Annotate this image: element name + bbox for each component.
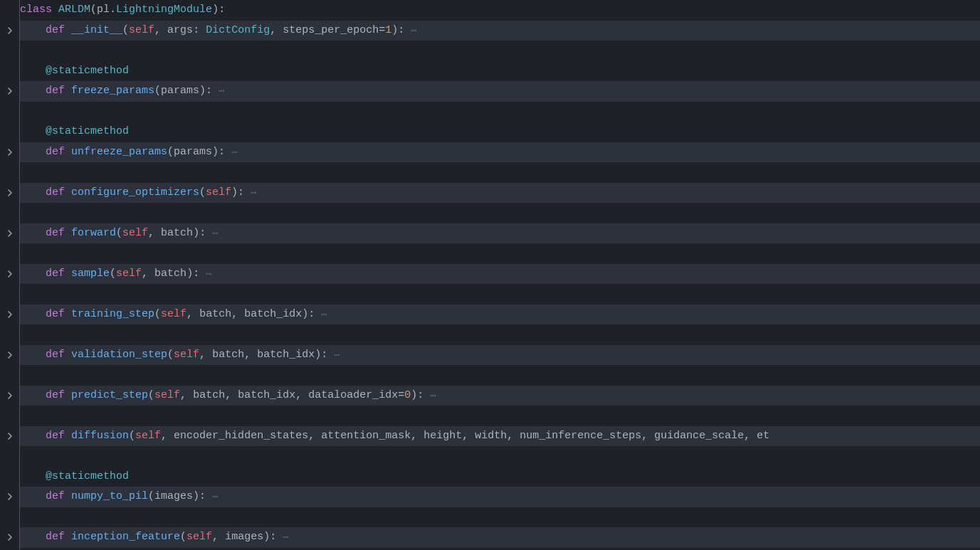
code-line: def sample(self, batch): ⋯ [20,264,980,285]
fold-ellipsis-icon[interactable]: ⋯ [218,81,224,102]
code-line: @staticmethod [20,61,980,82]
code-line: def __init__(self, args: DictConfig, ste… [20,21,980,41]
fold-ellipsis-icon[interactable]: ⋯ [231,142,237,163]
fold-ellipsis-icon[interactable]: ⋯ [212,223,218,244]
fold-chevron-icon[interactable] [4,25,16,36]
code-line: @staticmethod [20,467,980,487]
fold-ellipsis-icon[interactable]: ⋯ [334,345,339,366]
fold-gutter [0,0,19,550]
code-line: def freeze_params(params): ⋯ [20,81,980,102]
code-line: def diffusion(self, encoder_hidden_state… [20,426,980,447]
fold-chevron-icon[interactable] [4,430,16,442]
code-line: def inception_feature(self, images): ⋯ [20,527,980,548]
fold-ellipsis-icon[interactable]: ⋯ [321,305,327,325]
fold-ellipsis-icon[interactable]: ⋯ [411,21,416,41]
code-line: class ARLDM(pl.LightningModule): [20,0,980,21]
code-line: def validation_step(self, batch, batch_i… [20,345,980,366]
code-line: def training_step(self, batch, batch_idx… [20,305,980,325]
fold-ellipsis-icon[interactable]: ⋯ [430,386,436,406]
fold-chevron-icon[interactable] [4,228,16,239]
fold-chevron-icon[interactable] [4,532,16,543]
fold-chevron-icon[interactable] [4,147,16,158]
fold-ellipsis-icon[interactable]: ⋯ [206,264,211,285]
fold-chevron-icon[interactable] [4,187,16,199]
fold-chevron-icon[interactable] [4,491,16,502]
code-editor: class ARLDM(pl.LightningModule): def __i… [0,0,980,550]
code-text-area[interactable]: class ARLDM(pl.LightningModule): def __i… [19,0,980,550]
fold-chevron-icon[interactable] [4,268,16,280]
fold-chevron-icon[interactable] [4,85,16,97]
fold-ellipsis-icon[interactable]: ⋯ [283,527,288,548]
fold-ellipsis-icon[interactable]: ⋯ [251,183,256,203]
code-line: def unfreeze_params(params): ⋯ [20,142,980,163]
fold-ellipsis-icon[interactable]: ⋯ [212,487,218,507]
fold-chevron-icon[interactable] [4,309,16,320]
code-line: def predict_step(self, batch, batch_idx,… [20,386,980,406]
code-line: def forward(self, batch): ⋯ [20,223,980,244]
code-line: @staticmethod [20,122,980,142]
code-line: def numpy_to_pil(images): ⋯ [20,487,980,507]
fold-chevron-icon[interactable] [4,390,16,401]
code-line: def configure_optimizers(self): ⋯ [20,183,980,203]
fold-chevron-icon[interactable] [4,349,16,361]
